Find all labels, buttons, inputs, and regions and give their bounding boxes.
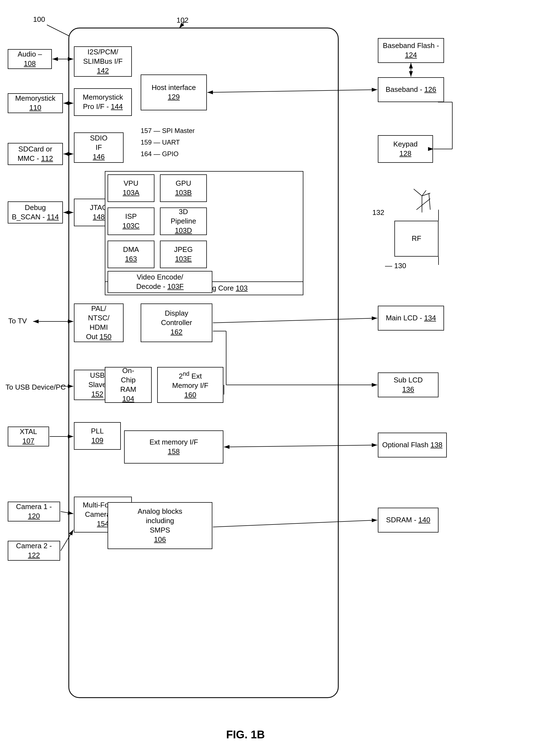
audio-label: Audio – 108 <box>11 50 48 68</box>
to-tv-label: To TV <box>8 317 27 325</box>
rf-label: RF <box>412 234 421 243</box>
pipeline3d-box: 3DPipeline103D <box>160 207 207 235</box>
analog-blocks-box: Analog blocksincludingSMPS106 <box>108 502 212 549</box>
svg-line-8 <box>47 25 69 36</box>
memorystick-ext-label: Memorystick 110 <box>11 94 60 112</box>
xtal-box: XTAL107 <box>8 427 49 447</box>
sdio-label: SDIOIF146 <box>90 134 108 161</box>
isp-label: ISP103C <box>123 212 140 231</box>
baseband-flash-label: Baseband Flash - 124 <box>381 41 441 60</box>
jpeg-box: JPEG103E <box>160 240 207 268</box>
sub-lcd-label: Sub LCD136 <box>393 375 423 394</box>
rf-box: RF <box>394 221 439 257</box>
video-encode-box: Video Encode/Decode - 103F <box>108 271 212 293</box>
pal-ntsc-label: PAL/NTSC/HDMIOut 150 <box>86 304 112 341</box>
pipeline3d-label: 3DPipeline103D <box>171 207 196 235</box>
main-lcd-box: Main LCD - 134 <box>378 306 444 331</box>
on-chip-ram-box: On-ChipRAM104 <box>105 367 152 403</box>
camera2-box: Camera 2 - 122 <box>8 541 60 561</box>
sdcard-label: SDCard or MMC - 112 <box>11 144 60 163</box>
ref-100: 100 <box>33 15 45 24</box>
xtal-label: XTAL107 <box>20 427 37 446</box>
display-ctrl-label: DisplayController162 <box>161 309 192 337</box>
ext-mem-2-box: 2nd ExtMemory I/F160 <box>157 367 223 403</box>
i2s-pcm-box: I2S/PCM/SLIMBus I/F142 <box>74 46 132 77</box>
sdram-box: SDRAM - 140 <box>378 508 439 532</box>
gpio-label: 164 — GPIO <box>141 150 178 158</box>
memorystick-if-label: MemorystickPro I/F - 144 <box>83 93 123 111</box>
debug-box: Debug B_SCAN - 114 <box>8 201 63 224</box>
gpu-box: GPU103B <box>160 174 207 202</box>
fig-label: FIG. 1B <box>226 728 265 741</box>
host-if-box: Host interface129 <box>141 74 207 110</box>
pll-label: PLL109 <box>91 427 104 445</box>
svg-line-36 <box>414 189 422 196</box>
dma-box: DMA163 <box>108 240 154 268</box>
ref-102: 102 <box>176 16 188 25</box>
ref-132: 132 <box>372 208 384 217</box>
usb-slave-label: USBSlave152 <box>88 371 106 399</box>
keypad-box: Keypad128 <box>378 135 433 163</box>
pal-ntsc-box: PAL/NTSC/HDMIOut 150 <box>74 303 124 342</box>
diagram: 100 102 Audio – 108 Memorystick 110 SDCa… <box>0 0 556 756</box>
audio-box: Audio – 108 <box>8 49 52 69</box>
ext-mem-if-label: Ext memory I/F158 <box>149 437 198 456</box>
gpu-label: GPU103B <box>175 179 192 198</box>
optional-flash-box: Optional Flash 138 <box>378 433 447 457</box>
vpu-label: VPU103A <box>123 179 140 198</box>
vpu-box: VPU103A <box>108 174 154 202</box>
camera1-label: Camera 1 - 120 <box>11 502 57 521</box>
main-chip-boundary <box>68 28 339 698</box>
memorystick-ext-box: Memorystick 110 <box>8 93 63 113</box>
sdcard-box: SDCard or MMC - 112 <box>8 143 63 165</box>
to-usb-label: To USB Device/PC <box>5 383 66 392</box>
display-ctrl-box: DisplayController162 <box>141 303 212 342</box>
pll-box: PLL109 <box>74 422 121 450</box>
jpeg-label: JPEG103E <box>174 245 193 264</box>
ref-130: — 130 <box>385 262 406 270</box>
antenna-symbol <box>411 188 433 215</box>
on-chip-ram-label: On-ChipRAM104 <box>120 366 136 403</box>
i2s-pcm-label: I2S/PCM/SLIMBus I/F142 <box>83 47 123 75</box>
keypad-label: Keypad128 <box>393 140 418 158</box>
analog-blocks-label: Analog blocksincludingSMPS106 <box>138 507 182 544</box>
baseband-box: Baseband - 126 <box>378 77 444 102</box>
baseband-flash-box: Baseband Flash - 124 <box>378 38 444 63</box>
memorystick-if-box: MemorystickPro I/F - 144 <box>74 88 132 116</box>
sdio-box: SDIOIF146 <box>74 132 124 163</box>
ext-mem-if-box: Ext memory I/F158 <box>124 430 223 463</box>
camera1-box: Camera 1 - 120 <box>8 502 60 522</box>
sdram-label: SDRAM - 140 <box>386 516 430 525</box>
isp-box: ISP103C <box>108 207 154 235</box>
optional-flash-label: Optional Flash 138 <box>382 440 442 450</box>
ext-mem-2-label: 2nd ExtMemory I/F160 <box>172 370 208 399</box>
debug-label: Debug B_SCAN - 114 <box>11 203 60 222</box>
uart-label: 159 — UART <box>141 138 180 146</box>
host-if-label: Host interface129 <box>152 83 196 102</box>
dma-label: DMA163 <box>123 245 139 264</box>
camera2-label: Camera 2 - 122 <box>11 541 57 560</box>
video-encode-label: Video Encode/Decode - 103F <box>136 273 184 291</box>
sub-lcd-box: Sub LCD136 <box>378 372 439 397</box>
main-lcd-label: Main LCD - 134 <box>386 314 436 323</box>
spi-label: 157 — SPI Master <box>141 127 195 135</box>
baseband-label: Baseband - 126 <box>386 85 436 94</box>
